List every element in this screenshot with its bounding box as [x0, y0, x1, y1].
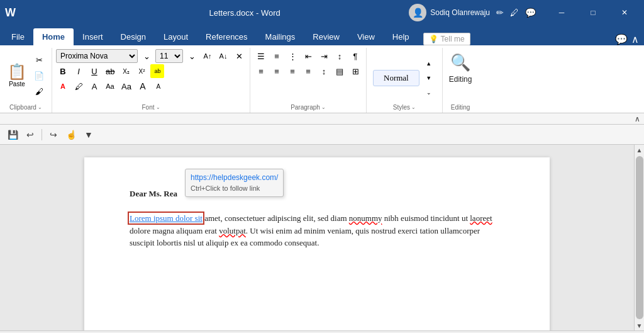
font-name-select[interactable]: Proxima Nova: [56, 49, 138, 63]
font-size-grow[interactable]: Aa: [103, 79, 117, 93]
paragraph-expand-icon[interactable]: ⌄: [321, 104, 326, 110]
font-size-select[interactable]: 11: [155, 49, 183, 63]
numbered-list-button[interactable]: ≡: [270, 49, 284, 63]
align-center-button[interactable]: ≡: [270, 64, 284, 78]
editing-label: Editing: [449, 103, 472, 113]
editing-btn-label[interactable]: Editing: [449, 75, 472, 84]
document-scroll[interactable]: https://helpdeskgeek.com/ Ctrl+Click to …: [0, 145, 634, 330]
close-button[interactable]: ✕: [610, 3, 639, 23]
decrease-indent-button[interactable]: ⇤: [301, 49, 315, 63]
paragraph-label: Paragraph ⌄: [254, 103, 362, 113]
shading-button[interactable]: A: [87, 79, 101, 93]
styles-scroll-up[interactable]: ▲: [422, 57, 436, 71]
maximize-button[interactable]: □: [579, 3, 608, 23]
line-spacing-button[interactable]: ↕: [317, 64, 331, 78]
vertical-scrollbar[interactable]: ▲ ▼: [634, 145, 644, 330]
avatar[interactable]: 👤: [409, 4, 426, 21]
bullets-button[interactable]: ☰: [254, 49, 268, 63]
italic-button[interactable]: I: [72, 64, 86, 78]
scroll-right-arrow[interactable]: ▶: [634, 331, 644, 334]
styles-normal-btn[interactable]: Normal: [373, 70, 419, 86]
tab-layout[interactable]: Layout: [155, 28, 197, 45]
paste-button[interactable]: 📋 Paste: [5, 63, 29, 89]
increase-font-button[interactable]: A↑: [201, 49, 214, 63]
share-icon[interactable]: 🖊: [510, 8, 519, 18]
save-button[interactable]: 💾: [5, 127, 20, 142]
scroll-left-arrow[interactable]: ◀: [0, 331, 10, 334]
tab-mailings[interactable]: Mailings: [257, 28, 304, 45]
shading-para-button[interactable]: ▤: [333, 64, 347, 78]
strikethrough-button[interactable]: ab: [103, 64, 117, 78]
underline-button[interactable]: U: [87, 64, 101, 78]
show-formatting-button[interactable]: ¶: [348, 49, 362, 63]
tab-view[interactable]: View: [348, 28, 384, 45]
ribbon-tabs: File Home Insert Design Layout Reference…: [0, 25, 644, 45]
tab-file[interactable]: File: [3, 28, 33, 45]
tab-review[interactable]: Review: [304, 28, 348, 45]
comment-icon[interactable]: 💬: [525, 8, 536, 18]
para-row-2: ≡ ≡ ≡ ≡ ↕ ▤ ⊞: [254, 64, 362, 78]
scroll-thumb[interactable]: [636, 156, 643, 319]
hyperlink-text[interactable]: Lorem ipsum dolor sit: [130, 213, 203, 223]
redo-button[interactable]: ↪: [46, 127, 61, 142]
borders-button[interactable]: ⊞: [348, 64, 362, 78]
clipboard-group: 📋 Paste ✂ 📄 🖌 Clipboard ⌄: [0, 48, 52, 113]
styles-expand-icon[interactable]: ⌄: [411, 104, 416, 110]
undo-button[interactable]: ↩: [23, 127, 38, 142]
document-area: https://helpdeskgeek.com/ Ctrl+Click to …: [0, 145, 644, 330]
touch-mode-button[interactable]: ☝: [64, 127, 79, 142]
tooltip-url: https://helpdeskgeek.com/: [191, 172, 278, 183]
tab-help[interactable]: Help: [384, 28, 418, 45]
text-highlight-button[interactable]: 🖊: [72, 79, 86, 93]
increase-indent-button[interactable]: ⇥: [317, 49, 331, 63]
cut-button[interactable]: ✂: [31, 54, 47, 67]
clipboard-expand-icon[interactable]: ⌄: [38, 104, 42, 110]
tab-home[interactable]: Home: [33, 28, 74, 45]
styles-more[interactable]: ⌄: [422, 86, 436, 99]
font-size-expand[interactable]: ⌄: [185, 49, 199, 63]
qa-separator: [42, 129, 42, 140]
para-row-1: ☰ ≡ ⋮ ⇤ ⇥ ↕ ¶: [254, 49, 362, 63]
greeting-text: Dear Ms. Rea: [130, 189, 177, 198]
ribbon-collapse-bar: ∧: [0, 113, 644, 125]
format-painter-button[interactable]: 🖌: [31, 85, 47, 99]
decrease-font-button[interactable]: A↓: [216, 49, 230, 63]
justify-button[interactable]: ≡: [301, 64, 315, 78]
tab-insert[interactable]: Insert: [74, 28, 112, 45]
superscript-button[interactable]: X²: [135, 64, 148, 78]
sort-button[interactable]: ↕: [333, 49, 347, 63]
font-row-1: Proxima Nova ⌄ 11 ⌄ A↑ A↓ ✕: [56, 49, 246, 63]
clipboard-content: 📋 Paste ✂ 📄 🖌: [5, 49, 47, 103]
scroll-up-arrow[interactable]: ▲: [635, 145, 645, 155]
align-left-button[interactable]: ≡: [254, 64, 268, 78]
clear-format-button[interactable]: ✕: [232, 49, 246, 63]
tab-references[interactable]: References: [197, 28, 256, 45]
styles-scroll-down[interactable]: ▼: [422, 71, 436, 85]
font-name-expand[interactable]: ⌄: [140, 49, 153, 63]
comments-ribbon-icon[interactable]: 💬: [615, 33, 628, 45]
pen-icon[interactable]: ✏: [496, 8, 504, 18]
font-color-button[interactable]: A: [56, 79, 70, 93]
bold-button[interactable]: B: [56, 64, 70, 78]
styles-group: Normal ▲ ▼ ⌄ Styles ⌄: [367, 48, 443, 113]
collapse-ribbon-icon[interactable]: ∧: [631, 33, 639, 45]
multilevel-list-button[interactable]: ⋮: [286, 49, 299, 63]
tab-design[interactable]: Design: [112, 28, 155, 45]
font-label: Font ⌄: [56, 103, 246, 113]
scroll-down-arrow[interactable]: ▼: [635, 320, 645, 330]
highlight-button[interactable]: ab: [150, 64, 164, 78]
copy-button[interactable]: 📄: [31, 69, 47, 83]
grow-font-2[interactable]: A: [136, 79, 150, 93]
font-expand-icon[interactable]: ⌄: [156, 104, 160, 110]
collapse-ribbon-button[interactable]: ∧: [635, 115, 640, 123]
align-right-button[interactable]: ≡: [286, 64, 299, 78]
styles-label: Styles ⌄: [373, 103, 436, 113]
customize-qa-button[interactable]: ▼: [81, 127, 96, 142]
horizontal-scrollbar[interactable]: ◀ ▶: [0, 330, 644, 333]
minimize-button[interactable]: ─: [547, 3, 576, 23]
shrink-font-2[interactable]: A: [152, 79, 165, 93]
window-controls: ─ □ ✕: [547, 3, 639, 23]
subscript-button[interactable]: X₂: [119, 64, 133, 78]
change-case-button[interactable]: Aa: [119, 79, 134, 93]
tell-me-box[interactable]: 💡 Tell me: [423, 33, 470, 45]
